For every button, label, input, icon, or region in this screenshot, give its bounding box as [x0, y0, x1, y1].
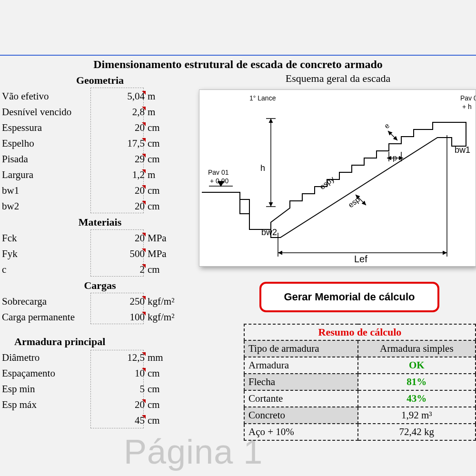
unit: cm	[146, 200, 186, 212]
label: Largura	[2, 169, 88, 181]
section-head-cargas: Cargas	[0, 279, 200, 292]
label: Fyk	[2, 248, 88, 260]
svg-text:bw2: bw2	[261, 228, 277, 237]
unit: cm	[146, 383, 186, 395]
input-value[interactable]: 5	[88, 383, 146, 395]
unit: cm	[146, 399, 186, 411]
svg-text:h: h	[260, 163, 265, 173]
input-value[interactable]: 5,04	[88, 90, 146, 102]
result-value: 72,42 kg	[358, 424, 476, 440]
label: Esp min	[2, 383, 88, 395]
input-value[interactable]: 1,2	[88, 169, 146, 181]
result-value: 43%	[358, 390, 476, 407]
generate-report-button[interactable]: Gerar Memorial de cálculo	[259, 282, 439, 312]
section-head-geometria: Geometria	[0, 74, 200, 87]
page-title: Dimensionamento estrutural de escada de …	[0, 58, 476, 71]
unit: cm	[146, 185, 186, 197]
section-head-materiais: Materiais	[0, 216, 200, 228]
unit: cm	[146, 122, 186, 134]
label: bw2	[2, 200, 88, 212]
svg-line-9	[388, 131, 397, 140]
result-value: 1,92 m³	[358, 407, 476, 424]
svg-text:espy: espy	[318, 175, 336, 191]
label: Pisada	[2, 153, 88, 165]
results-title: Resumo de cálculo	[244, 324, 476, 340]
input-value[interactable]: 20	[88, 200, 146, 212]
unit: cm	[146, 367, 186, 379]
label: Fck	[2, 232, 88, 244]
input-value[interactable]: 100	[88, 311, 146, 323]
results-table: Resumo de cálculo Tipo de armadura Armad…	[244, 324, 476, 441]
label: c	[2, 264, 88, 276]
svg-text:1° Lance: 1° Lance	[249, 94, 276, 102]
input-value[interactable]: 45	[88, 415, 146, 426]
svg-text:bw1: bw1	[455, 145, 470, 155]
unit: cm	[146, 264, 186, 276]
input-value[interactable]: 20	[88, 122, 146, 134]
label: Diâmetro	[2, 352, 88, 364]
result-value: OK	[358, 357, 476, 374]
page-watermark: Página 1	[124, 432, 263, 471]
svg-text:+ h: + h	[462, 103, 472, 110]
input-value[interactable]: 2,8	[88, 106, 146, 118]
unit: MPa	[146, 248, 186, 260]
stair-diagram: 1° Lance Pav 01 + 0.00 Pav 0 + h bw1 bw2…	[199, 89, 476, 267]
label: Espelho	[2, 138, 88, 149]
unit: m	[146, 90, 186, 102]
result-label: Aço + 10%	[244, 424, 358, 440]
generate-report-label: Gerar Memorial de cálculo	[284, 291, 415, 303]
unit: cm	[146, 415, 186, 426]
diagram-title: Esquema geral da escada	[200, 72, 476, 85]
unit: m	[146, 106, 186, 118]
unit: m	[146, 169, 186, 181]
svg-text:p: p	[393, 154, 397, 162]
unit: kgf/m²	[146, 311, 186, 323]
svg-text:Lef: Lef	[354, 254, 367, 264]
svg-text:Pav 0: Pav 0	[460, 94, 476, 102]
label: Desnível vencido	[2, 106, 88, 118]
input-value[interactable]: 20	[88, 232, 146, 244]
input-value[interactable]: 20	[88, 185, 146, 197]
label: bw1	[2, 185, 88, 197]
result-label: Flecha	[244, 374, 358, 390]
svg-text:Pav 01: Pav 01	[208, 169, 229, 176]
input-value[interactable]: 250	[88, 296, 146, 307]
input-value[interactable]: 10	[88, 367, 146, 379]
section-head-armadura: Armadura principal	[0, 336, 200, 348]
input-value[interactable]: 20	[88, 399, 146, 411]
svg-text:+ 0.00: + 0.00	[210, 177, 229, 185]
horizontal-rule	[0, 55, 476, 56]
results-col-1: Armadura simples	[358, 340, 476, 357]
input-value[interactable]: 17,5	[88, 138, 146, 149]
unit: kgf/m²	[146, 296, 186, 307]
results-col-0: Tipo de armadura	[244, 340, 358, 357]
svg-text:esp: esp	[347, 195, 361, 209]
unit: cm	[146, 138, 186, 149]
input-value[interactable]: 500	[88, 248, 146, 260]
label: Vão efetivo	[2, 90, 88, 102]
label: Carga permanente	[2, 311, 88, 323]
input-value[interactable]: 2	[88, 264, 146, 276]
label: Esp máx	[2, 399, 88, 411]
result-label: Concreto	[244, 407, 358, 424]
result-value: 81%	[358, 374, 476, 390]
result-label: Cortante	[244, 390, 358, 407]
unit: MPa	[146, 232, 186, 244]
unit: cm	[146, 153, 186, 165]
svg-text:e: e	[383, 121, 391, 130]
result-label: Armadura	[244, 357, 358, 374]
label: Sobrecarga	[2, 296, 88, 307]
input-value[interactable]: 29	[88, 153, 146, 165]
unit: mm	[146, 352, 186, 364]
label: Espessura	[2, 122, 88, 134]
label: Espaçamento	[2, 367, 88, 379]
input-value[interactable]: 12,5	[88, 352, 146, 364]
